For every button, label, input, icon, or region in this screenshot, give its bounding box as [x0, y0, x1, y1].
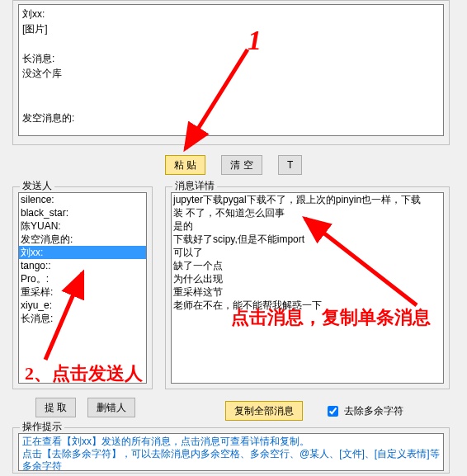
delete-wrong-button[interactable]: 删错人: [87, 398, 135, 417]
sender-item[interactable]: 陈YUAN:: [19, 219, 146, 233]
sender-listbox[interactable]: silence:black_star:陈YUAN:发空消息的:刘xx:tango…: [18, 192, 147, 384]
top-button-row: 粘 贴 清 空 T: [0, 150, 467, 180]
detail-item[interactable]: jupyter下载pygal下载不了，跟上次的pinyin也一样，下载: [172, 193, 443, 206]
detail-item[interactable]: 下载好了scipy,但是不能import: [172, 233, 443, 246]
sender-item[interactable]: tango::: [19, 259, 146, 272]
detail-group: 消息详情 jupyter下载pygal下载不了，跟上次的pinyin也一样，下载…: [165, 186, 450, 389]
sender-item[interactable]: 发空消息的:: [19, 233, 146, 246]
sender-group-title: 发送人: [20, 180, 54, 191]
remove-extra-label: 去除多余字符: [344, 404, 403, 416]
top-message-group: 刘xx: [图片] 长消息: 没这个库 发空消息的:: [12, 0, 450, 145]
sender-buttons: 提 取 删错人: [12, 396, 161, 421]
sender-item[interactable]: 刘xx:: [19, 246, 146, 259]
t-button[interactable]: T: [278, 155, 302, 175]
clear-button[interactable]: 清 空: [221, 155, 262, 175]
sender-item[interactable]: 重采样:: [19, 285, 146, 299]
raw-message-textarea[interactable]: 刘xx: [图片] 长消息: 没这个库 发空消息的:: [18, 4, 444, 136]
hint-line2: 点击【去除多余字符】，可以去除消息内多余空格、多余空行、@某人、[文件]、[自定…: [22, 448, 440, 471]
hint-content: 正在查看【刘xx】发送的所有消息，点击消息可查看详情和复制。 点击【去除多余字符…: [18, 433, 444, 471]
detail-item[interactable]: 可以了: [172, 246, 443, 259]
app-window: 刘xx: [图片] 长消息: 没这个库 发空消息的: 粘 贴 清 空 T 发送人…: [0, 0, 467, 476]
sender-item[interactable]: silence:: [19, 193, 146, 206]
sender-item[interactable]: xiyu_e:: [19, 299, 146, 312]
sender-item[interactable]: Pro。:: [19, 272, 146, 285]
copy-all-button[interactable]: 复制全部消息: [225, 401, 303, 421]
detail-buttons: 复制全部消息 去除多余字符: [165, 396, 450, 421]
detail-listbox[interactable]: jupyter下载pygal下载不了，跟上次的pinyin也一样，下载装 不了，…: [171, 192, 444, 384]
detail-item[interactable]: 装 不了，不知道怎么回事: [172, 206, 443, 219]
extract-button[interactable]: 提 取: [35, 398, 76, 417]
detail-item[interactable]: 缺了一个点: [172, 259, 443, 272]
remove-extra-checkbox[interactable]: [328, 406, 338, 417]
hint-line1: 正在查看【刘xx】发送的所有消息，点击消息可查看详情和复制。: [22, 436, 440, 448]
sender-item[interactable]: 长消息:: [19, 312, 146, 325]
detail-item[interactable]: 是的: [172, 219, 443, 233]
detail-item[interactable]: 老师在不在，能不能帮我解惑一下: [172, 299, 443, 312]
hint-group-title: 操作提示: [20, 421, 64, 432]
detail-item[interactable]: 为什么出现: [172, 272, 443, 285]
detail-item[interactable]: 重采样这节: [172, 285, 443, 299]
remove-extra-checkbox-wrap[interactable]: 去除多余字符: [324, 403, 403, 419]
sender-group: 发送人 silence:black_star:陈YUAN:发空消息的:刘xx:t…: [12, 186, 153, 389]
hint-group: 操作提示 正在查看【刘xx】发送的所有消息，点击消息可查看详情和复制。 点击【去…: [12, 427, 450, 474]
sender-item[interactable]: black_star:: [19, 206, 146, 219]
paste-button[interactable]: 粘 贴: [165, 155, 205, 175]
detail-group-title: 消息详情: [172, 180, 217, 191]
